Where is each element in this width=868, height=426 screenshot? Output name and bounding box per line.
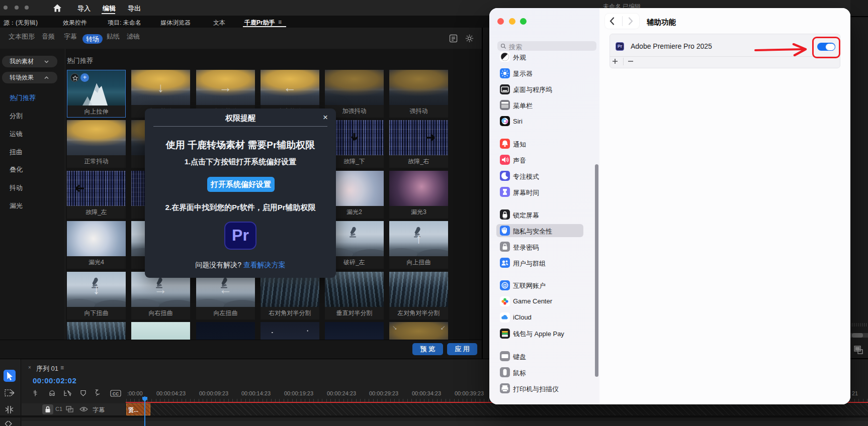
svg-text:@: @ [503, 283, 507, 288]
svg-text:CC: CC [113, 391, 119, 396]
